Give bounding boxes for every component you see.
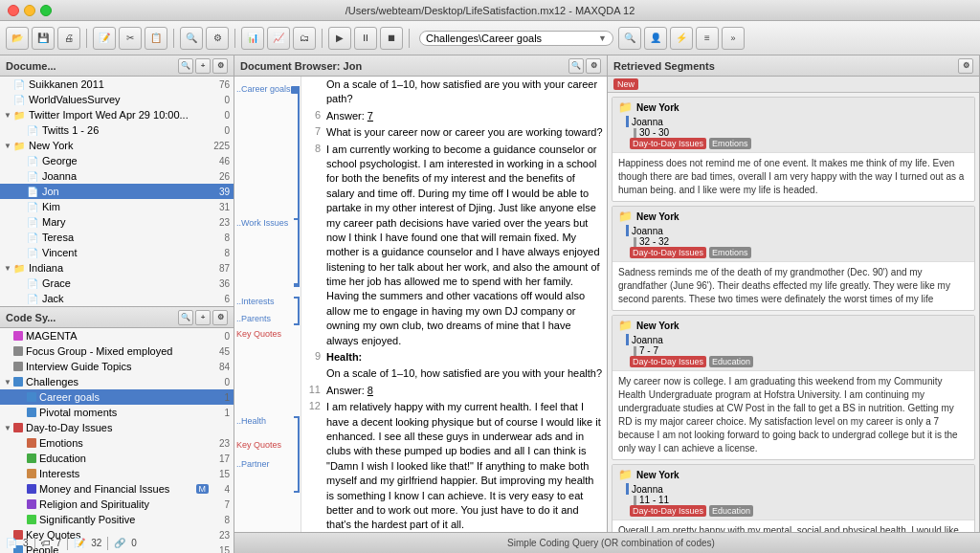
segment-location: 📁 New York bbox=[618, 468, 969, 481]
code-arrow: ▼ bbox=[4, 378, 13, 387]
code-tb-btn1[interactable]: 🔍 bbox=[178, 310, 193, 325]
doc-tree-item-3[interactable]: 📄 Twitts 1 - 26 0 bbox=[0, 122, 234, 138]
tb-btn-17[interactable]: ≡ bbox=[696, 27, 719, 50]
code-tb-btn3[interactable]: ⚙ bbox=[212, 310, 228, 325]
doc-tree-item-13[interactable]: 📄 Grace 36 bbox=[0, 276, 234, 291]
minimize-button[interactable] bbox=[24, 5, 35, 16]
seg-person: Joanna bbox=[626, 116, 969, 127]
tb-btn-6[interactable]: 📋 bbox=[145, 27, 167, 50]
folder-icon: 📁 bbox=[618, 468, 633, 481]
tb-btn-13[interactable]: ⏸ bbox=[354, 27, 377, 50]
search-input[interactable] bbox=[426, 33, 598, 44]
tb-btn-5[interactable]: ✂ bbox=[119, 27, 142, 50]
db-tb-btn1[interactable]: 🔍 bbox=[568, 58, 584, 74]
tree-label: WorldValuesSurvey bbox=[29, 94, 211, 105]
code-tree-item-9[interactable]: Interests 15 bbox=[0, 466, 234, 481]
tree-count: 8 bbox=[211, 232, 230, 243]
parents-label: ..Parents bbox=[236, 314, 271, 323]
tree-label: Jon bbox=[42, 186, 211, 197]
tb-btn-4[interactable]: 📝 bbox=[93, 27, 116, 50]
tb-btn-9[interactable]: 📊 bbox=[241, 27, 264, 50]
seg-range: 7 - 7 bbox=[634, 345, 969, 356]
close-button[interactable] bbox=[8, 5, 19, 16]
code-tree-item-2[interactable]: Interview Guide Topics 84 bbox=[0, 359, 234, 374]
code-label: Pivotal moments bbox=[39, 407, 211, 418]
tb-btn-11[interactable]: 🗂 bbox=[293, 27, 316, 50]
left-panels: Docume... 🔍 + ⚙ 📄 Suikkanen 2011 76 📄 Wo… bbox=[0, 55, 234, 532]
code-tree-item-6[interactable]: ▼ Day-to-Day Issues bbox=[0, 420, 234, 435]
tb-search-btn[interactable]: 🔍 bbox=[618, 27, 641, 50]
tag1: Day-to-Day Issues bbox=[630, 505, 706, 517]
documents-tree: 📄 Suikkanen 2011 76 📄 WorldValuesSurvey … bbox=[0, 77, 234, 306]
tb-btn-10[interactable]: 📈 bbox=[267, 27, 290, 50]
work-bracket bbox=[294, 218, 300, 285]
doc-tree-item-9[interactable]: 📄 Mary 23 bbox=[0, 214, 234, 230]
db-tb-btn2[interactable]: ⚙ bbox=[586, 58, 601, 74]
line-text: Answer: 8 bbox=[326, 384, 603, 398]
tb-btn-16[interactable]: ⚡ bbox=[670, 27, 693, 50]
doc-tree-item-6[interactable]: 📄 Joanna 26 bbox=[0, 168, 234, 184]
doc-tree-item-14[interactable]: 📄 Jack 6 bbox=[0, 291, 234, 306]
doc-tb-btn3[interactable]: ⚙ bbox=[212, 58, 228, 74]
tree-icon: 📄 bbox=[27, 232, 40, 243]
segment-item-1: 📁 New York Joanna 32 - 32 Day-to-Day Iss… bbox=[612, 206, 975, 311]
search-box[interactable]: ▼ bbox=[419, 31, 613, 46]
main-toolbar: 📂 💾 🖨 📝 ✂ 📋 🔍 ⚙ 📊 📈 🗂 ▶ ⏸ ⏹ ▼ 🔍 👤 ⚡ ≡ » bbox=[0, 21, 980, 55]
doc-tree-item-8[interactable]: 📄 Kim 31 bbox=[0, 199, 234, 214]
code-count: 17 bbox=[211, 453, 230, 464]
doc-tree-item-11[interactable]: 📄 Vincent 8 bbox=[0, 245, 234, 260]
code-tree-item-8[interactable]: Education 17 bbox=[0, 451, 234, 466]
blue-bar bbox=[626, 483, 629, 495]
code-tree-item-3[interactable]: ▼ Challenges 0 bbox=[0, 374, 234, 389]
status-link-icon: 🔗 bbox=[114, 538, 125, 548]
code-tree-item-7[interactable]: Emotions 23 bbox=[0, 435, 234, 451]
health-bracket bbox=[294, 416, 300, 493]
seg-person: Joanna bbox=[626, 334, 969, 345]
tree-count: 0 bbox=[211, 95, 230, 105]
tb-btn-15[interactable]: 👤 bbox=[644, 27, 667, 50]
tb-more[interactable]: » bbox=[722, 27, 745, 50]
code-tree-item-10[interactable]: Money and Financial Issues M 4 bbox=[0, 481, 234, 497]
tree-count: 6 bbox=[211, 294, 230, 304]
work-label: ..Work Issues bbox=[236, 218, 288, 228]
code-tree-item-12[interactable]: Significantly Positive 8 bbox=[0, 512, 234, 527]
code-tree-item-11[interactable]: Religion and Spirituality 7 bbox=[0, 497, 234, 512]
tb-btn-12[interactable]: ▶ bbox=[328, 27, 351, 50]
code-tb-btn2[interactable]: + bbox=[195, 310, 211, 325]
gray-bar bbox=[634, 496, 636, 505]
doc-tree-item-7[interactable]: 📄 Jon 39 bbox=[0, 184, 234, 199]
tree-icon: 📄 bbox=[27, 171, 40, 182]
doc-tree-item-4[interactable]: ▼ 📁 New York 225 bbox=[0, 138, 234, 153]
doc-tb-btn2[interactable]: + bbox=[195, 58, 211, 74]
code-system-toolbar: 🔍 + ⚙ bbox=[178, 310, 228, 325]
doc-tree-item-0[interactable]: 📄 Suikkanen 2011 76 bbox=[0, 77, 234, 92]
doc-tb-btn1[interactable]: 🔍 bbox=[178, 58, 193, 74]
status-memo-count: 32 bbox=[91, 538, 101, 548]
ret-tb-btn1[interactable]: ⚙ bbox=[958, 58, 973, 74]
doc-line-4: 9Health: bbox=[301, 349, 607, 365]
doc-tree-item-5[interactable]: 📄 George 46 bbox=[0, 153, 234, 168]
tb-btn-1[interactable]: 📂 bbox=[6, 27, 29, 50]
code-tree-item-5[interactable]: Pivotal moments 1 bbox=[0, 405, 234, 420]
tb-btn-3[interactable]: 🖨 bbox=[57, 27, 80, 50]
code-tree-item-4[interactable]: Career goals 1 bbox=[0, 389, 234, 405]
doc-tree-item-10[interactable]: 📄 Teresa 8 bbox=[0, 230, 234, 245]
tree-count: 76 bbox=[211, 79, 230, 90]
doc-tree-item-12[interactable]: ▼ 📁 Indiana 87 bbox=[0, 260, 234, 276]
code-tree-item-1[interactable]: Focus Group - Mixed employed 45 bbox=[0, 343, 234, 359]
tree-count: 8 bbox=[211, 248, 230, 258]
tb-btn-7[interactable]: 🔍 bbox=[180, 27, 203, 50]
tree-icon: 📄 bbox=[13, 95, 27, 105]
doc-tree-item-2[interactable]: ▼ 📁 Twitter Import Wed Apr 29 10:00... 0 bbox=[0, 107, 234, 122]
search-dropdown-icon[interactable]: ▼ bbox=[598, 33, 607, 43]
status-doc-count: 3 bbox=[23, 538, 29, 548]
status-sep-2 bbox=[67, 537, 68, 550]
tb-btn-14[interactable]: ⏹ bbox=[380, 27, 403, 50]
code-tree-item-0[interactable]: MAGENTA 0 bbox=[0, 328, 234, 343]
tb-btn-2[interactable]: 💾 bbox=[32, 27, 55, 50]
retrieved-segments-header: Retrieved Segments ⚙ bbox=[608, 55, 979, 77]
status-center: Simple Coding Query (OR combination of c… bbox=[248, 538, 974, 548]
fullscreen-button[interactable] bbox=[40, 5, 52, 16]
tb-btn-8[interactable]: ⚙ bbox=[206, 27, 229, 50]
doc-tree-item-1[interactable]: 📄 WorldValuesSurvey 0 bbox=[0, 92, 234, 107]
